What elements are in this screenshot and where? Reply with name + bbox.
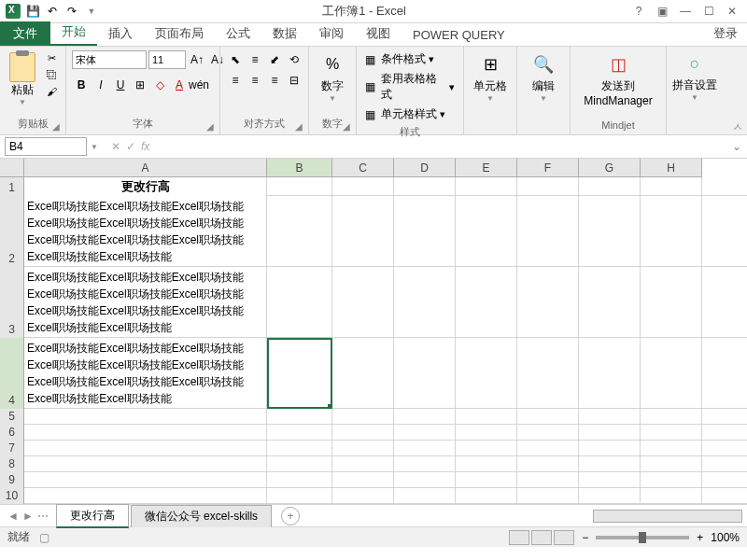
cell-A8[interactable] (24, 456, 267, 472)
cell-D5[interactable] (394, 409, 456, 425)
cut-icon[interactable]: ✂ (43, 50, 60, 65)
cell-C9[interactable] (332, 472, 394, 488)
cell-H6[interactable] (641, 425, 702, 441)
align-middle-icon[interactable]: ≡ (246, 50, 264, 69)
cell-G5[interactable] (579, 409, 641, 425)
cell-D4[interactable] (394, 338, 456, 409)
tab-insert[interactable]: 插入 (97, 21, 144, 46)
cell-G7[interactable] (579, 441, 641, 456)
cell-C10[interactable] (332, 488, 394, 504)
cell-G3[interactable] (579, 267, 641, 338)
column-header-D[interactable]: D (394, 159, 456, 177)
font-color-button[interactable]: A (170, 76, 189, 94)
cell-B2[interactable] (267, 196, 332, 267)
cell-E9[interactable] (456, 472, 517, 488)
page-break-view-icon[interactable] (554, 530, 574, 545)
row-header-7[interactable]: 7 (0, 441, 24, 456)
align-right-icon[interactable]: ≡ (265, 71, 284, 90)
row-header-2[interactable]: 2 (0, 196, 24, 267)
cell-E8[interactable] (456, 456, 517, 472)
tab-layout[interactable]: 页面布局 (144, 21, 215, 46)
tab-home[interactable]: 开始 (50, 20, 97, 46)
cell-F9[interactable] (517, 472, 579, 488)
cell-H7[interactable] (641, 441, 702, 456)
edit-button[interactable]: 🔍 编辑 ▼ (523, 50, 564, 103)
cell-styles-button[interactable]: ▦单元格样式 ▾ (362, 105, 458, 123)
spreadsheet-grid[interactable]: ABCDEFGH 1更改行高2Excel职场技能Excel职场技能Excel职场… (0, 159, 747, 504)
table-format-button[interactable]: ▦套用表格格式 ▾ (362, 70, 458, 104)
cell-A7[interactable] (24, 441, 267, 456)
namebox-dropdown-icon[interactable]: ▼ (87, 143, 102, 151)
tab-formula[interactable]: 公式 (215, 21, 261, 46)
qat-dropdown-icon[interactable]: ▼ (83, 3, 100, 20)
cell-F8[interactable] (517, 456, 579, 472)
cell-E3[interactable] (456, 267, 517, 338)
column-header-A[interactable]: A (24, 159, 267, 177)
cell-B9[interactable] (267, 472, 332, 488)
cell-A1[interactable]: 更改行高 (24, 177, 267, 196)
fx-icon[interactable]: fx (141, 140, 149, 153)
paste-button[interactable]: 粘贴 ▼ (6, 50, 39, 106)
cell-E5[interactable] (456, 409, 517, 425)
column-header-E[interactable]: E (456, 159, 517, 177)
collapse-ribbon-icon[interactable]: ㅅ (732, 119, 743, 135)
row-header-8[interactable]: 8 (0, 456, 24, 472)
cell-A10[interactable] (24, 488, 267, 504)
column-header-C[interactable]: C (332, 159, 394, 177)
cell-E1[interactable] (456, 177, 517, 196)
number-launcher-icon[interactable]: ◢ (343, 121, 354, 133)
zoom-out-icon[interactable]: − (582, 531, 588, 544)
align-bottom-icon[interactable]: ⬋ (265, 50, 284, 69)
minimize-icon[interactable]: — (675, 3, 696, 20)
zoom-level[interactable]: 100% (711, 531, 740, 544)
cell-G9[interactable] (579, 472, 641, 488)
cell-F2[interactable] (517, 196, 579, 267)
add-sheet-button[interactable]: + (281, 507, 300, 525)
fill-color-button[interactable]: ◇ (150, 76, 169, 94)
row-header-10[interactable]: 10 (0, 488, 24, 504)
sheet-nav-more-icon[interactable]: ⋯ (37, 510, 49, 523)
cell-C8[interactable] (332, 456, 394, 472)
row-header-4[interactable]: 4 (0, 338, 24, 409)
cell-B5[interactable] (267, 409, 332, 425)
cell-A6[interactable] (24, 425, 267, 441)
column-header-B[interactable]: B (267, 159, 332, 177)
cell-D1[interactable] (394, 177, 456, 196)
name-box[interactable]: B4 (5, 137, 87, 156)
cell-A9[interactable] (24, 472, 267, 488)
cell-H4[interactable] (641, 338, 702, 409)
copy-icon[interactable]: ⿻ (43, 67, 60, 82)
font-size-select[interactable] (148, 50, 186, 69)
undo-icon[interactable]: ↶ (44, 3, 61, 20)
cell-H3[interactable] (641, 267, 702, 338)
zoom-in-icon[interactable]: + (697, 531, 703, 544)
maximize-icon[interactable]: ☐ (698, 3, 719, 20)
font-name-select[interactable] (72, 50, 147, 69)
sheet-tab-2[interactable]: 微信公众号 excel-skills (131, 505, 272, 527)
cell-H8[interactable] (641, 456, 702, 472)
format-painter-icon[interactable]: 🖌 (43, 84, 60, 99)
align-top-icon[interactable]: ⬉ (226, 50, 245, 69)
cell-B4[interactable]: ⊕ (267, 338, 332, 409)
cell-C1[interactable] (332, 177, 394, 196)
cell-B10[interactable] (267, 488, 332, 504)
excel-icon[interactable] (5, 3, 21, 20)
cell-H5[interactable] (641, 409, 702, 425)
cell-H9[interactable] (641, 472, 702, 488)
cell-B6[interactable] (267, 425, 332, 441)
bold-button[interactable]: B (72, 76, 91, 94)
zoom-slider[interactable] (596, 536, 689, 539)
cell-A4[interactable]: Excel职场技能Excel职场技能Excel职场技能Excel职场技能Exce… (24, 338, 267, 409)
redo-icon[interactable]: ↷ (63, 3, 80, 20)
cell-E2[interactable] (456, 196, 517, 267)
cell-F10[interactable] (517, 488, 579, 504)
cell-B3[interactable] (267, 267, 332, 338)
enter-icon[interactable]: ✓ (126, 140, 135, 153)
sheet-nav-last-icon[interactable]: ► (22, 510, 34, 523)
phonetic-button[interactable]: wén (190, 76, 208, 94)
row-header-1[interactable]: 1 (0, 177, 24, 196)
cell-D9[interactable] (394, 472, 456, 488)
cell-A5[interactable] (24, 409, 267, 425)
cell-G6[interactable] (579, 425, 641, 441)
cell-C5[interactable] (332, 409, 394, 425)
